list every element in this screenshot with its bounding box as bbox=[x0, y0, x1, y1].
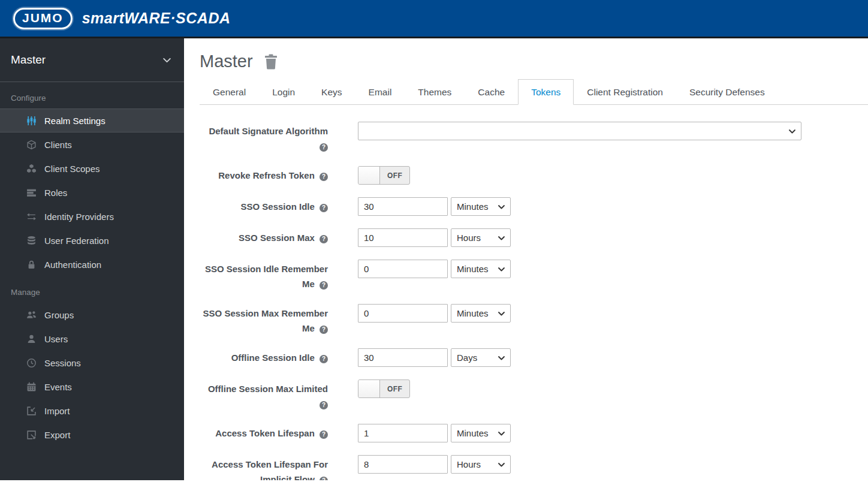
sidebar-item-export[interactable]: Export bbox=[0, 423, 184, 447]
access-token-lifespan-for-implicit-flow-unit-select[interactable]: Hours bbox=[451, 455, 511, 474]
revoke-refresh-token-label: Revoke Refresh Token ? bbox=[200, 166, 328, 185]
sidebar-item-groups[interactable]: Groups bbox=[0, 303, 184, 327]
sidebar-item-roles[interactable]: Roles bbox=[0, 180, 184, 204]
help-icon[interactable]: ? bbox=[320, 173, 328, 181]
help-icon[interactable]: ? bbox=[320, 430, 328, 439]
help-icon[interactable]: ? bbox=[320, 235, 328, 243]
sidebar-item-label: Users bbox=[44, 334, 68, 344]
default-signature-algorithm-select[interactable] bbox=[358, 122, 801, 140]
sso-session-idle-input[interactable] bbox=[358, 197, 448, 216]
access-token-lifespan-label: Access Token Lifespan ? bbox=[200, 424, 328, 442]
toggle-handle[interactable] bbox=[358, 380, 380, 397]
offline-session-idle-row: Offline Session Idle ?Days bbox=[200, 348, 868, 367]
access-token-lifespan-for-implicit-flow-input[interactable] bbox=[358, 455, 448, 474]
sidebar-item-label: Import bbox=[44, 406, 70, 416]
field-label-text: SSO Session Max bbox=[239, 233, 315, 243]
sso-session-idle-label: SSO Session Idle ? bbox=[200, 197, 328, 216]
sso-session-idle-remember-me-control: Minutes bbox=[358, 260, 511, 291]
access-token-lifespan-for-implicit-flow-row: Access Token Lifespan For Implicit Flow … bbox=[200, 455, 868, 480]
tab-keys[interactable]: Keys bbox=[308, 79, 355, 105]
sidebar-nav: ConfigureRealm SettingsClientsClient Sco… bbox=[0, 94, 184, 447]
toggle-state-label: OFF bbox=[380, 167, 409, 184]
offline-session-idle-unit-select[interactable]: Days bbox=[451, 348, 511, 367]
realm-selector-dropdown[interactable]: Master bbox=[0, 38, 184, 82]
sso-session-max-input[interactable] bbox=[358, 228, 448, 247]
sidebar-item-label: Events bbox=[44, 382, 72, 392]
sidebar-item-user-federation[interactable]: User Federation bbox=[0, 228, 184, 252]
help-icon[interactable]: ? bbox=[320, 204, 328, 212]
tab-themes[interactable]: Themes bbox=[405, 79, 465, 105]
tab-client-registration[interactable]: Client Registration bbox=[574, 79, 676, 105]
lock-icon bbox=[26, 260, 38, 270]
sso-session-idle-unit-select[interactable]: Minutes bbox=[451, 197, 511, 216]
tab-login[interactable]: Login bbox=[259, 79, 308, 105]
help-icon[interactable]: ? bbox=[320, 355, 328, 363]
tab-security-defenses[interactable]: Security Defenses bbox=[676, 79, 778, 105]
field-label-text: SSO Session Idle bbox=[240, 201, 314, 212]
offline-session-max-limited-row: Offline Session Max Limited ?OFF bbox=[200, 379, 868, 411]
sidebar-item-label: Clients bbox=[44, 140, 72, 150]
sidebar-item-client-scopes[interactable]: Client Scopes bbox=[0, 156, 184, 180]
page-header: Master bbox=[200, 52, 868, 71]
trash-icon[interactable] bbox=[264, 54, 278, 70]
sso-session-max-label: SSO Session Max ? bbox=[200, 228, 328, 247]
sso-session-max-remember-me-row: SSO Session Max Remember Me ?Minutes bbox=[200, 304, 868, 336]
help-icon[interactable]: ? bbox=[320, 143, 328, 152]
tab-general[interactable]: General bbox=[200, 79, 259, 105]
sidebar-item-label: Client Scopes bbox=[44, 164, 100, 174]
sso-session-max-row: SSO Session Max ?Hours bbox=[200, 228, 868, 247]
help-icon[interactable]: ? bbox=[320, 326, 328, 334]
sso-session-max-remember-me-unit-select[interactable]: Minutes bbox=[451, 304, 511, 323]
sidebar-item-label: Groups bbox=[44, 310, 74, 320]
jumo-logo: JUMO bbox=[13, 8, 73, 29]
offline-session-idle-label: Offline Session Idle ? bbox=[200, 348, 328, 367]
nav-section-header-configure: Configure bbox=[11, 94, 173, 103]
access-token-lifespan-for-implicit-flow-control: Hours bbox=[358, 455, 511, 480]
sidebar-item-realm-settings[interactable]: Realm Settings bbox=[0, 109, 184, 132]
sidebar-item-clients[interactable]: Clients bbox=[0, 132, 184, 156]
sliders-icon bbox=[26, 116, 38, 126]
user-icon bbox=[26, 334, 38, 344]
sidebar-item-import[interactable]: Import bbox=[0, 399, 184, 423]
page-title: Master bbox=[200, 52, 253, 71]
sidebar: Master ConfigureRealm SettingsClientsCli… bbox=[0, 38, 184, 480]
access-token-lifespan-input[interactable] bbox=[358, 424, 448, 442]
product-name: smartWARE·SCADA bbox=[82, 10, 231, 27]
field-label-text: Revoke Refresh Token bbox=[218, 170, 315, 180]
help-icon[interactable]: ? bbox=[320, 401, 328, 409]
sso-session-idle-remember-me-unit-select[interactable]: Minutes bbox=[451, 260, 511, 278]
help-icon[interactable]: ? bbox=[320, 477, 328, 480]
default-signature-algorithm-row: Default Signature Algorithm ? bbox=[200, 122, 868, 153]
tab-tokens[interactable]: Tokens bbox=[518, 79, 574, 105]
users-group-icon bbox=[26, 310, 38, 320]
sso-session-idle-remember-me-label: SSO Session Idle Remember Me ? bbox=[200, 260, 328, 291]
offline-session-idle-input[interactable] bbox=[358, 348, 448, 367]
tab-email[interactable]: Email bbox=[355, 79, 405, 105]
sidebar-item-identity-providers[interactable]: Identity Providers bbox=[0, 204, 184, 228]
offline-session-idle-control: Days bbox=[358, 348, 511, 367]
field-label-text: Offline Session Idle bbox=[231, 353, 315, 363]
access-token-lifespan-unit-select[interactable]: Minutes bbox=[451, 424, 511, 442]
chevron-down-icon bbox=[162, 55, 172, 65]
sidebar-item-authentication[interactable]: Authentication bbox=[0, 252, 184, 276]
toggle-handle[interactable] bbox=[358, 167, 380, 184]
revoke-refresh-token-row: Revoke Refresh Token ?OFF bbox=[200, 166, 868, 185]
sidebar-item-sessions[interactable]: Sessions bbox=[0, 351, 184, 375]
tab-cache[interactable]: Cache bbox=[465, 79, 518, 105]
tokens-settings-form: Default Signature Algorithm ?Revoke Refr… bbox=[200, 122, 868, 480]
offline-session-max-limited-toggle[interactable]: OFF bbox=[358, 379, 410, 398]
field-label-text: SSO Session Max Remember Me bbox=[203, 308, 328, 333]
help-icon[interactable]: ? bbox=[320, 281, 328, 290]
cube-icon bbox=[26, 140, 38, 150]
sidebar-item-users[interactable]: Users bbox=[0, 327, 184, 351]
revoke-refresh-token-toggle[interactable]: OFF bbox=[358, 166, 410, 185]
sso-session-idle-control: Minutes bbox=[358, 197, 511, 216]
sso-session-max-unit-select[interactable]: Hours bbox=[451, 228, 511, 247]
offline-session-max-limited-control: OFF bbox=[358, 379, 410, 411]
sidebar-item-label: Authentication bbox=[44, 260, 101, 270]
sidebar-item-events[interactable]: Events bbox=[0, 375, 184, 399]
sso-session-idle-remember-me-input[interactable] bbox=[358, 260, 448, 278]
realm-settings-tabs: GeneralLoginKeysEmailThemesCacheTokensCl… bbox=[200, 79, 868, 105]
realm-selector-label: Master bbox=[11, 53, 46, 67]
sso-session-max-remember-me-input[interactable] bbox=[358, 304, 448, 323]
